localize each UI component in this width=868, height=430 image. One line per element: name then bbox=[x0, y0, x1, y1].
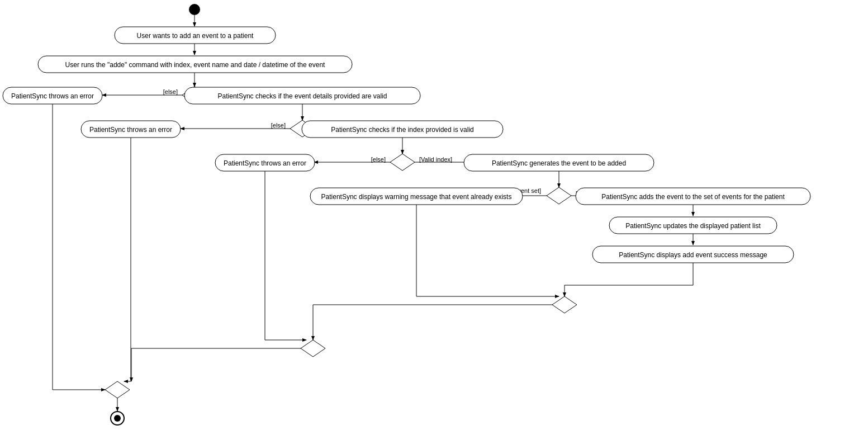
error3-text: PatientSync throws an error bbox=[224, 159, 306, 167]
diamond4 bbox=[547, 187, 571, 204]
valid-index-label: [Valid index] bbox=[419, 156, 452, 163]
activity-diagram: User wants to add an event to a patient … bbox=[0, 0, 868, 430]
step2-text: User runs the "adde" command with index,… bbox=[65, 61, 325, 69]
else1-label: [else] bbox=[163, 88, 178, 95]
step4-text: PatientSync checks if the event details … bbox=[218, 92, 387, 100]
step11-text: PatientSync updates the displayed patien… bbox=[625, 222, 761, 230]
step1-text: User wants to add an event to a patient bbox=[137, 32, 254, 40]
else2-label: [else] bbox=[271, 122, 286, 129]
diamond6 bbox=[301, 340, 325, 357]
diamond5 bbox=[552, 296, 577, 313]
step8-text: PatientSync generates the event to be ad… bbox=[492, 159, 626, 167]
else3-label: [else] bbox=[371, 156, 386, 163]
step9-text: PatientSync displays warning message tha… bbox=[321, 193, 512, 201]
diamond7 bbox=[105, 381, 130, 398]
step10-text: PatientSync adds the event to the set of… bbox=[601, 193, 785, 201]
error2-text: PatientSync throws an error bbox=[89, 126, 172, 134]
step12-text: PatientSync displays add event success m… bbox=[619, 251, 767, 259]
diamond3 bbox=[390, 154, 415, 171]
step6-text: PatientSync checks if the index provided… bbox=[331, 126, 473, 134]
error1-text: PatientSync throws an error bbox=[11, 92, 94, 100]
start-node bbox=[189, 4, 200, 15]
end-inner bbox=[114, 415, 121, 422]
